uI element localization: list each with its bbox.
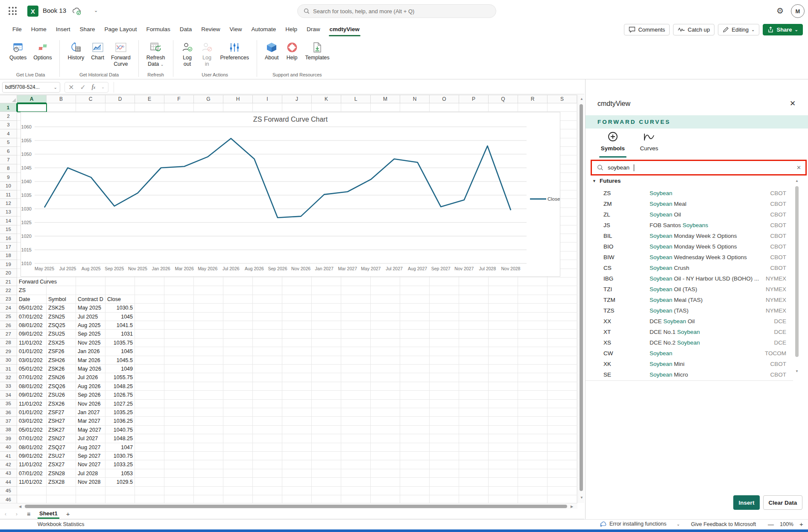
menu-tab-view[interactable]: View [225,22,246,38]
column-header-j[interactable]: J [282,95,312,103]
cell[interactable]: ZSK27 [47,426,76,434]
cell[interactable]: May 2026 [76,365,105,373]
next-sheet-icon[interactable]: › [11,511,22,517]
log-out-button[interactable]: Log out [179,41,196,68]
tab-symbols[interactable]: Symbols [601,131,625,152]
prev-sheet-icon[interactable]: ‹ [0,511,11,517]
row-header-22[interactable]: 22 [0,286,17,295]
history-button[interactable]: History [65,41,87,62]
preferences-button[interactable]: Preferences [218,41,252,62]
feedback-link[interactable]: Give Feedback to Microsoft [691,521,756,527]
cell[interactable]: ZSN27 [47,434,76,443]
cell[interactable]: Jul 2028 [76,469,105,478]
vertical-scrollbar-thumb[interactable] [580,104,583,491]
cell[interactable]: 08/01/202 [17,321,47,330]
cell[interactable]: 05/01/202 [17,304,47,312]
avatar[interactable]: M [791,4,805,18]
cell[interactable]: ZSQ26 [47,382,76,391]
help-button[interactable]: Help [283,41,301,62]
cell[interactable]: 1049 [105,365,135,373]
editing-button[interactable]: Editing⌄ [718,24,759,35]
row-header-27[interactable]: 27 [0,330,17,338]
row-header-8[interactable]: 8 [0,164,17,173]
column-header-a[interactable]: A [17,95,47,103]
menu-tab-file[interactable]: File [8,22,26,38]
cell[interactable]: ZSK26 [47,365,76,373]
workbook-statistics-button[interactable]: Workbook Statistics [38,521,85,527]
cell[interactable]: Aug 2025 [76,321,105,330]
row-header-23[interactable]: 23 [0,295,17,304]
forward-curve-button[interactable]: Forward Curve [108,41,133,68]
global-search-input[interactable]: Search for tools, help, and more (Alt + … [297,4,496,18]
cell[interactable]: May 2025 [76,304,105,312]
name-box[interactable]: bdf5f708-524... ⌄ [2,82,60,93]
comments-button[interactable]: Comments [624,24,670,35]
cell[interactable]: ZSN28 [47,469,76,478]
row-header-7[interactable]: 7 [0,155,17,164]
cell[interactable]: 1055.75 [105,373,135,382]
insert-function-icon[interactable]: fx [92,84,95,91]
scroll-up-icon[interactable]: ▲ [580,97,583,101]
row-header-37[interactable]: 37 [0,417,17,425]
select-all-corner[interactable] [0,95,17,103]
templates-button[interactable]: Templates [303,41,332,62]
column-header-h[interactable]: H [223,95,253,103]
symbol-row-bio[interactable]: BIOSoybean Monday Week 5 OptionsCBOT [586,241,793,252]
catch-up-button[interactable]: Catch up [673,24,714,35]
row-header-33[interactable]: 33 [0,382,17,391]
row-header-17[interactable]: 17 [0,243,17,251]
cell[interactable]: 08/01/202 [17,382,47,391]
cell[interactable]: ZSX28 [47,478,76,486]
row-header-32[interactable]: 32 [0,373,17,382]
row-header-12[interactable]: 12 [0,199,17,208]
cell[interactable]: 1035.25 [105,408,135,417]
row-header-40[interactable]: 40 [0,443,17,452]
symbol-row-se[interactable]: SESoybean MicroCBOT [586,369,793,380]
cell[interactable]: Mar 2026 [76,356,105,365]
cell[interactable]: Jul 2026 [76,373,105,382]
cell[interactable]: 03/01/202 [17,356,47,365]
row-header-41[interactable]: 41 [0,452,17,460]
row-header-43[interactable]: 43 [0,469,17,478]
row-header-30[interactable]: 30 [0,356,17,365]
row-header-38[interactable]: 38 [0,426,17,434]
cell[interactable]: Nov 2026 [76,400,105,408]
cell[interactable]: 09/01/202 [17,330,47,338]
cell[interactable]: Sep 2027 [76,452,105,460]
cell[interactable]: Jul 2027 [76,434,105,443]
cell[interactable]: 1048.25 [105,434,135,443]
column-header-e[interactable]: E [135,95,164,103]
cell[interactable]: Jan 2026 [76,347,105,356]
cell[interactable]: 1045.5 [105,356,135,365]
cell[interactable]: 1040.75 [105,426,135,434]
symbol-row-bil[interactable]: BILSoybean Monday Week 2 OptionsCBOT [586,231,793,241]
cell[interactable]: 1031 [105,330,135,338]
row-header-31[interactable]: 31 [0,365,17,373]
insert-button[interactable]: Insert [733,495,760,510]
sheet-tab-sheet1[interactable]: Sheet1 [38,509,59,519]
about-button[interactable]: About [262,41,281,62]
menu-tab-draw[interactable]: Draw [302,22,325,38]
symbol-row-xt[interactable]: XTDCE No.1 SoybeanDCE [586,327,793,337]
row-header-19[interactable]: 19 [0,260,17,269]
cell[interactable]: Nov 2028 [76,478,105,486]
cell[interactable]: ZSX26 [47,400,76,408]
symbol-row-zm[interactable]: ZMSoybean MealCBOT [586,199,793,209]
menu-tab-insert[interactable]: Insert [51,22,75,38]
cell[interactable]: Aug 2026 [76,382,105,391]
cell[interactable]: 1030.5 [105,304,135,312]
row-header-35[interactable]: 35 [0,400,17,408]
cell[interactable]: 11/01/202 [17,460,47,469]
list-scrollbar-thumb[interactable] [795,186,799,357]
list-scroll-up-icon[interactable]: ▲ [795,179,799,183]
cell[interactable]: ZSK25 [47,304,76,312]
menu-tab-automate[interactable]: Automate [246,22,281,38]
options-button[interactable]: Options [31,41,54,62]
symbol-row-js[interactable]: JSFOB Santos SoybeansCBOT [586,220,793,231]
title-dropdown-chevron-icon[interactable]: ⌄ [94,8,98,13]
cell[interactable]: ZSU26 [47,391,76,399]
cell[interactable]: 1048.25 [105,382,135,391]
column-header-o[interactable]: O [430,95,459,103]
cell[interactable]: ZS [17,286,47,295]
formula-input[interactable] [114,82,581,93]
